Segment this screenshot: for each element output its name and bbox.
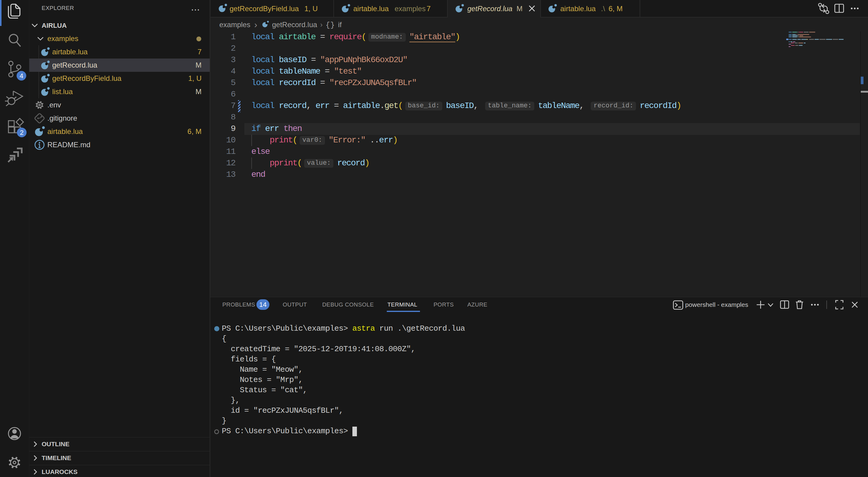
svg-text:2: 2	[20, 129, 24, 136]
svg-text:4: 4	[20, 72, 23, 80]
